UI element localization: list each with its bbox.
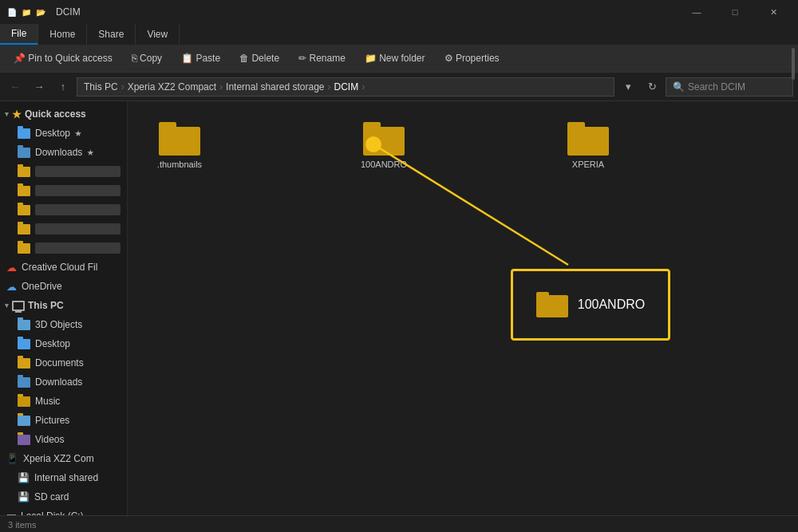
pc-icon: [12, 301, 25, 311]
highlight-folder-icon: [536, 292, 568, 317]
creative-cloud-icon: ☁: [6, 262, 17, 274]
downloads-pc-icon: [18, 377, 30, 388]
sidebar-item-desktop[interactable]: Desktop: [0, 124, 127, 143]
breadcrumb-dropdown-button[interactable]: ▾: [618, 77, 638, 97]
sidebar-item-music[interactable]: Music: [0, 392, 127, 411]
breadcrumb-bar[interactable]: This PC › Xperia XZ2 Compact › Internal …: [77, 77, 614, 97]
onedrive-label: OneDrive: [22, 281, 62, 292]
title-bar-left: 📄 📁 📂 DCIM: [6, 6, 81, 18]
ribbon-tab-bar[interactable]: File Home Share View: [0, 24, 798, 45]
redacted-folder-icon-1: [18, 167, 30, 177]
downloads-pc-label: Downloads: [35, 376, 82, 388]
redacted-label-4: [35, 223, 120, 234]
minimize-button[interactable]: —: [678, 0, 715, 24]
xperia-label: Xperia XZ2 Com: [23, 453, 94, 464]
copy-button[interactable]: ⎘ Copy: [124, 49, 169, 67]
sidebar-item-3d-objects[interactable]: 3D Objects: [0, 315, 127, 334]
highlight-popup-box: 100ANDRO: [511, 269, 670, 341]
maximize-button[interactable]: □: [717, 0, 753, 24]
sidebar-item-documents[interactable]: Documents: [0, 353, 127, 372]
window-title: DCIM: [56, 6, 81, 18]
title-bar: 📄 📁 📂 DCIM — □ ✕: [0, 0, 798, 24]
tab-share[interactable]: Share: [87, 24, 136, 45]
search-icon: 🔍: [673, 81, 685, 93]
downloads-label: Downloads: [35, 147, 82, 158]
folder-item-100andro[interactable]: 100ANDRO: [348, 117, 420, 174]
folder-item-xperia-folder[interactable]: XPERIA: [552, 117, 624, 174]
sidebar-item-redacted-3[interactable]: [0, 200, 127, 219]
sidebar-item-onedrive[interactable]: ☁ OneDrive: [0, 277, 127, 296]
tab-home[interactable]: Home: [38, 24, 87, 45]
content-area: .thumbnails 100ANDRO XPERIA: [128, 101, 798, 515]
this-pc-label: This PC: [28, 300, 64, 311]
tab-file[interactable]: File: [0, 24, 38, 45]
sidebar-item-redacted-4[interactable]: [0, 219, 127, 238]
properties-button[interactable]: ⚙ Properties: [437, 49, 507, 67]
title-bar-icon-group: 📄 📁 📂: [6, 6, 46, 18]
pin-icon-desktop: [75, 130, 81, 136]
sidebar-item-pictures[interactable]: Pictures: [0, 411, 127, 430]
sidebar-item-redacted-1[interactable]: [0, 162, 127, 181]
sidebar-item-redacted-2[interactable]: [0, 181, 127, 200]
redacted-label-1: [35, 166, 120, 177]
sidebar-item-downloads-pc[interactable]: Downloads: [0, 372, 127, 392]
search-bar[interactable]: 🔍 Search DCIM: [666, 77, 793, 97]
pin-icon-downloads: [87, 149, 93, 156]
local-disk-icon: 🖴: [6, 510, 16, 515]
paste-button[interactable]: 📋 Paste: [174, 49, 227, 67]
redacted-folder-icon-4: [18, 224, 30, 234]
sidebar-item-creative-cloud[interactable]: ☁ Creative Cloud Fil: [0, 258, 127, 277]
sidebar-item-videos[interactable]: Videos: [0, 430, 127, 449]
3d-objects-icon: [18, 320, 30, 330]
sidebar-item-sd-card[interactable]: 💾 SD card: [0, 487, 127, 506]
sidebar: ▾ ★ Quick access Desktop Downloads: [0, 101, 128, 515]
file-icon: 📄: [6, 6, 18, 18]
breadcrumb-dcim[interactable]: DCIM: [334, 81, 359, 93]
tab-view[interactable]: View: [136, 24, 180, 45]
window-controls[interactable]: — □ ✕: [678, 0, 792, 24]
sidebar-item-internal-shared[interactable]: 💾 Internal shared: [0, 468, 127, 487]
new-folder-button[interactable]: 📁 New folder: [358, 49, 433, 67]
thumbnails-folder-icon: [159, 122, 200, 156]
status-items-count: 3 items: [8, 520, 36, 530]
desktop-folder-icon: [18, 128, 30, 139]
sidebar-item-local-disk[interactable]: 🖴 Local Disk (C:): [0, 506, 127, 515]
sidebar-section-quick-access[interactable]: ▾ ★ Quick access: [0, 104, 127, 124]
local-disk-label: Local Disk (C:): [21, 510, 84, 515]
folder-icon-small: 📁: [21, 6, 32, 18]
chevron-this-pc: ▾: [5, 301, 9, 309]
search-placeholder: Search DCIM: [688, 81, 745, 93]
refresh-button[interactable]: ↻: [642, 77, 662, 97]
videos-icon: [18, 435, 30, 445]
breadcrumb-this-pc[interactable]: This PC: [84, 81, 118, 93]
sidebar-item-redacted-5[interactable]: [0, 238, 127, 258]
xperia-folder-icon: [567, 122, 609, 156]
delete-button[interactable]: 🗑 Delete: [232, 49, 286, 67]
downloads-folder-icon: [18, 148, 30, 158]
forward-button[interactable]: →: [29, 77, 49, 97]
back-button[interactable]: ←: [5, 77, 26, 97]
rename-button[interactable]: ✏ Rename: [291, 49, 353, 67]
documents-icon: [18, 358, 30, 368]
music-label: Music: [35, 396, 60, 407]
sidebar-section-this-pc[interactable]: ▾ This PC: [0, 296, 127, 315]
sidebar-item-downloads[interactable]: Downloads: [0, 143, 127, 162]
pictures-icon: [18, 416, 30, 426]
xperia-folder-label: XPERIA: [572, 160, 604, 169]
sidebar-item-xperia[interactable]: 📱 Xperia XZ2 Com: [0, 449, 127, 468]
breadcrumb-internal-storage[interactable]: Internal shared storage: [226, 81, 324, 93]
videos-label: Videos: [35, 434, 64, 445]
sd-card-label: SD card: [34, 491, 69, 502]
pin-to-quick-access-button[interactable]: 📌 Pin to Quick access: [6, 49, 120, 67]
folder-item-thumbnails[interactable]: .thumbnails: [144, 117, 215, 174]
redacted-label-2: [35, 185, 120, 196]
up-button[interactable]: ↑: [53, 77, 73, 97]
sidebar-item-desktop-pc[interactable]: Desktop: [0, 334, 127, 353]
status-bar: 3 items: [0, 515, 798, 532]
close-button[interactable]: ✕: [755, 0, 792, 24]
100andro-folder-icon: [363, 122, 405, 156]
app-icon-small: 📂: [35, 6, 46, 18]
breadcrumb-xperia[interactable]: Xperia XZ2 Compact: [128, 81, 216, 93]
desktop-pc-icon: [18, 339, 30, 349]
redacted-folder-icon-5: [18, 243, 30, 254]
